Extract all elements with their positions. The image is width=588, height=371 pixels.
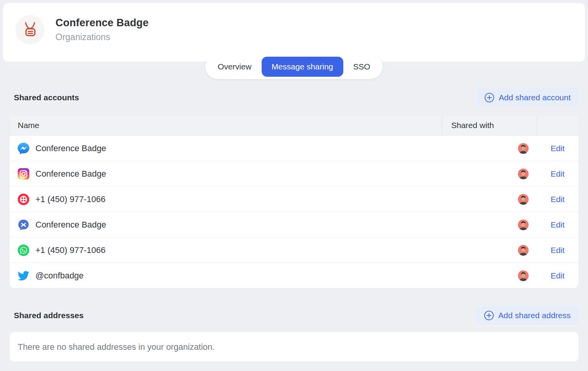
shared-with-cell: [442, 270, 537, 281]
table-row: Conference BadgeEdit: [10, 135, 578, 161]
shared-accounts-table: Name Shared with Conference BadgeEditCon…: [10, 115, 578, 288]
table-header: Name Shared with: [10, 115, 578, 135]
account-name-cell: @confbadge: [10, 270, 442, 282]
actions-cell: Edit: [537, 144, 578, 153]
shared-accounts-header-row: Shared accounts Add shared account: [10, 88, 578, 107]
instagram-icon: [18, 168, 29, 180]
account-name-cell: Conference Badge: [10, 168, 442, 180]
edit-link[interactable]: Edit: [551, 220, 564, 229]
account-name: @confbadge: [35, 271, 84, 281]
avatar[interactable]: [518, 245, 529, 256]
table-row: Conference BadgeEdit: [10, 212, 578, 237]
account-name-cell: Conference Badge: [10, 219, 442, 231]
avatar[interactable]: [518, 219, 529, 230]
actions-cell: Edit: [537, 220, 578, 229]
whatsapp-icon: [18, 245, 29, 256]
tab-bar: OverviewMessage sharingSSO: [0, 54, 588, 79]
column-header-shared-with: Shared with: [442, 115, 537, 135]
edit-link[interactable]: Edit: [551, 144, 564, 153]
add-shared-address-label: Add shared address: [498, 311, 571, 320]
actions-cell: Edit: [537, 195, 578, 204]
actions-cell: Edit: [537, 271, 578, 280]
account-name: +1 (450) 977-1066: [35, 245, 106, 255]
shared-with-cell: [442, 219, 537, 230]
plus-circle-icon: [484, 93, 494, 103]
plus-circle-icon: [484, 310, 494, 320]
shared-addresses-header-row: Shared addresses Add shared address: [10, 306, 578, 325]
edit-link[interactable]: Edit: [551, 195, 564, 204]
shared-with-cell: [442, 194, 537, 205]
conference-badge-icon: [21, 21, 39, 39]
twitter-icon: [18, 270, 29, 282]
shared-addresses-empty-state: There are no shared addresses in your or…: [10, 332, 578, 362]
edit-link[interactable]: Edit: [551, 246, 564, 255]
add-shared-address-button[interactable]: Add shared address: [476, 306, 578, 325]
account-name: Conference Badge: [35, 220, 106, 230]
content: Shared accounts Add shared account Name …: [0, 88, 588, 362]
shared-accounts-heading: Shared accounts: [14, 93, 79, 102]
account-name-cell: +1 (450) 977-1066: [10, 194, 442, 205]
empty-state-message: There are no shared addresses in your or…: [18, 342, 215, 352]
actions-cell: Edit: [537, 169, 578, 179]
org-avatar: [15, 15, 45, 44]
org-header-card: Conference Badge Organizations: [3, 3, 585, 62]
avatar[interactable]: [518, 270, 529, 281]
column-header-name: Name: [10, 115, 442, 135]
add-shared-account-button[interactable]: Add shared account: [477, 88, 578, 107]
twilio-icon: [18, 194, 29, 205]
table-row: +1 (450) 977-1066Edit: [10, 237, 578, 263]
organization-page: Conference Badge Organizations OverviewM…: [0, 3, 588, 362]
table-body: Conference BadgeEditConference BadgeEdit…: [10, 135, 578, 288]
account-name-cell: +1 (450) 977-1066: [10, 245, 442, 256]
page-title: Conference Badge: [55, 17, 149, 29]
tab-overview[interactable]: Overview: [208, 57, 262, 77]
account-name: Conference Badge: [35, 169, 106, 179]
avatar[interactable]: [518, 143, 529, 154]
avatar[interactable]: [518, 194, 529, 205]
shared-with-cell: [442, 169, 537, 179]
add-shared-account-label: Add shared account: [499, 93, 571, 102]
smooch-icon: [18, 219, 29, 231]
tab-message-sharing[interactable]: Message sharing: [262, 57, 343, 77]
page-subtitle: Organizations: [55, 32, 149, 42]
account-name: Conference Badge: [35, 143, 106, 153]
shared-with-cell: [442, 245, 537, 256]
org-text: Conference Badge Organizations: [55, 17, 149, 42]
account-name: +1 (450) 977-1066: [35, 194, 106, 204]
tab-pill: OverviewMessage sharingSSO: [205, 54, 383, 79]
messenger-icon: [18, 143, 29, 154]
tab-sso[interactable]: SSO: [343, 57, 380, 77]
actions-cell: Edit: [537, 246, 578, 255]
shared-addresses-heading: Shared addresses: [14, 311, 84, 320]
table-row: +1 (450) 977-1066Edit: [10, 186, 578, 212]
account-name-cell: Conference Badge: [10, 143, 442, 154]
shared-with-cell: [442, 143, 537, 154]
table-row: @confbadgeEdit: [10, 263, 578, 288]
table-row: Conference BadgeEdit: [10, 161, 578, 186]
avatar[interactable]: [518, 169, 529, 179]
column-header-actions: [537, 115, 578, 135]
edit-link[interactable]: Edit: [551, 271, 564, 280]
edit-link[interactable]: Edit: [551, 169, 564, 179]
